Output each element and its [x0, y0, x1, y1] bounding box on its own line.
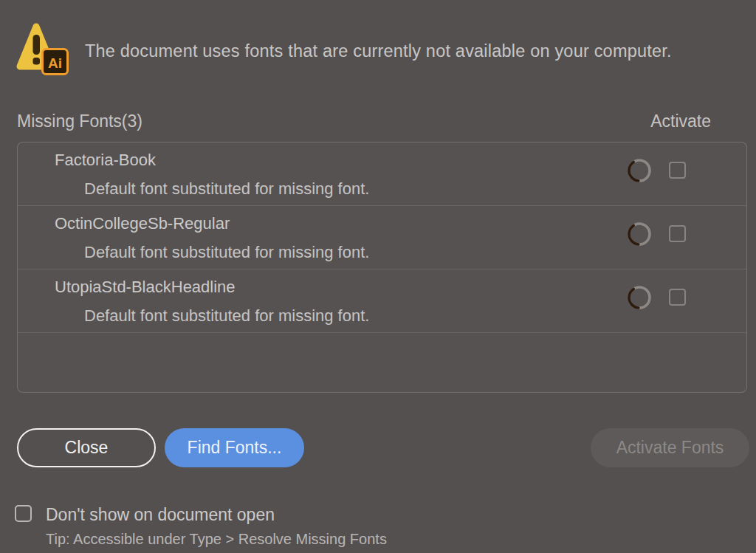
missing-fonts-dialog: Ai The document uses fonts that are curr… — [0, 0, 756, 553]
sync-spinner-icon — [627, 285, 652, 310]
font-name: UtopiaStd-BlackHeadline — [55, 278, 236, 297]
sync-spinner-icon — [627, 221, 652, 247]
warning-triangle-ai-icon: Ai — [15, 21, 72, 77]
font-name: Factoria-Book — [55, 151, 156, 170]
font-name: OctinCollegeSb-Regular — [55, 214, 230, 233]
font-row-factoria-book: Factoria-Book Default font substituted f… — [18, 142, 746, 206]
warning-triangle-ai-icon-svg: Ai — [15, 21, 72, 77]
missing-fonts-count-label: Missing Fonts(3) — [17, 111, 142, 131]
activate-font-checkbox[interactable] — [669, 162, 686, 179]
activate-font-checkbox[interactable] — [669, 289, 686, 306]
close-button[interactable]: Close — [17, 428, 156, 467]
font-status: Default font substituted for missing fon… — [84, 306, 369, 326]
font-row-utopiastd-blackheadline: UtopiaStd-BlackHeadline Default font sub… — [18, 269, 746, 333]
activate-font-checkbox[interactable] — [669, 225, 686, 242]
activate-fonts-button[interactable]: Activate Fonts — [591, 428, 749, 467]
tip-text: Tip: Accessible under Type > Resolve Mis… — [46, 531, 387, 548]
dont-show-checkbox[interactable] — [15, 505, 32, 522]
font-status: Default font substituted for missing fon… — [84, 179, 369, 199]
dont-show-label: Don't show on document open — [46, 505, 275, 525]
activate-column-header: Activate — [650, 111, 711, 131]
missing-fonts-list: Factoria-Book Default font substituted f… — [17, 142, 747, 393]
find-fonts-button[interactable]: Find Fonts... — [165, 428, 304, 467]
font-row-octincollegesb-regular: OctinCollegeSb-Regular Default font subs… — [18, 206, 746, 269]
svg-text:Ai: Ai — [48, 55, 62, 71]
sync-spinner-icon — [627, 158, 652, 183]
font-status: Default font substituted for missing fon… — [84, 243, 369, 262]
dialog-message: The document uses fonts that are current… — [85, 40, 749, 62]
